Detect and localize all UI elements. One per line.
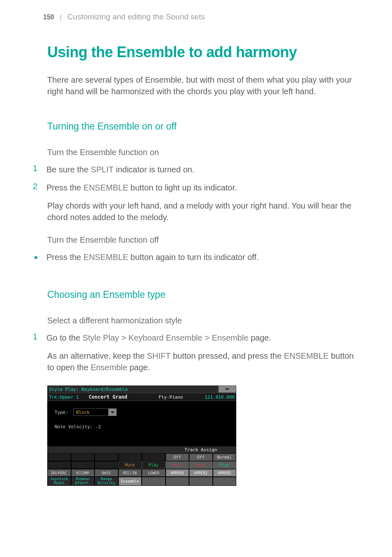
ui-dropdown-button[interactable]: [108, 408, 116, 416]
ui-menu-button[interactable]: [218, 385, 236, 393]
step-heading-select: Select a different harmonization style: [31, 316, 355, 325]
keyword-path: Style Play > Keyboard Ensemble > Ensembl…: [83, 333, 249, 342]
ui-cell-empty: [166, 477, 189, 486]
bullet-icon: ■: [31, 251, 37, 263]
ui-header-row: DR/PERC ACCOMP BASS MIC/IN LOWER UPPER3 …: [47, 469, 236, 477]
text-post: button to light up its indicator.: [128, 183, 237, 192]
ui-cell-empty: [47, 461, 71, 469]
ui-status-upper2[interactable]: Mute: [189, 461, 213, 469]
ui-col-upper3[interactable]: UPPER3: [166, 469, 189, 477]
ui-cell-empty: [189, 477, 213, 486]
ui-tab-joystick[interactable]: Joystick Pedal: [47, 477, 71, 486]
section-name: Customizing and editing the Sound sets: [67, 12, 205, 21]
step-text: Press the ENSEMBLE button again to turn …: [46, 251, 355, 263]
ui-type-row: Type: Block: [55, 408, 232, 416]
ui-trackbar: Trk:Upper 1 Concert Grand Fty-Piano 121.…: [47, 393, 236, 401]
text-post: page.: [248, 333, 271, 342]
ui-cell-empty: [118, 453, 142, 461]
main-title: Using the Ensemble to add harmony: [31, 44, 355, 61]
ui-note-velocity[interactable]: Note Velocity: -2: [55, 424, 232, 429]
ui-status-row: Mute Play Mute Mute Play: [47, 461, 236, 469]
step-2-on: 2 Press the ENSEMBLE button to light up …: [31, 182, 355, 193]
ui-status-upper3[interactable]: Mute: [166, 461, 189, 469]
page-separator: |: [60, 14, 62, 21]
ui-cell-empty: [95, 453, 118, 461]
chevron-down-icon: [111, 411, 115, 413]
ui-assign-row: Off Off Normal: [47, 453, 236, 461]
page-number: 150: [43, 14, 54, 21]
text-pre: As an alternative, keep the: [47, 351, 147, 360]
subsection-title-type: Choosing an Ensemble type: [31, 289, 355, 300]
ui-assign-upper3[interactable]: Off: [166, 453, 189, 461]
ui-tab-ensemble[interactable]: Ensemble: [118, 477, 142, 486]
text-post: indicator is turned on.: [113, 165, 194, 174]
step-number: 1: [31, 164, 37, 175]
ui-col-upper1[interactable]: UPPER1: [213, 469, 237, 477]
ui-track-assign-header: Track Assign: [47, 446, 236, 453]
step-number: 1: [31, 332, 37, 343]
ui-track-assign-label-wrap: Track Assign: [166, 446, 237, 453]
ui-col-drperc[interactable]: DR/PERC: [47, 469, 71, 477]
ui-assign-upper2[interactable]: Off: [189, 453, 213, 461]
text-pre: Press the: [46, 253, 83, 262]
bullet-off: ■ Press the ENSEMBLE button again to tur…: [31, 251, 355, 263]
ui-cell-empty: [71, 453, 95, 461]
keyword-ensemble: ENSEMBLE: [284, 351, 329, 360]
ui-instrument-name[interactable]: Concert Grand: [89, 394, 127, 400]
text-pre: Be sure the: [46, 165, 91, 174]
step-1-on: 1 Be sure the SPLIT indicator is turned …: [31, 164, 355, 175]
ui-col-upper2[interactable]: UPPER2: [189, 469, 213, 477]
ui-titlebar: Style Play: Keyboard/Ensemble: [47, 385, 236, 393]
ui-cell-empty: [142, 477, 166, 486]
ui-col-accomp[interactable]: ACCOMP: [71, 469, 95, 477]
ui-cell-empty: [95, 461, 118, 469]
ui-cell-empty: [213, 477, 237, 486]
ui-tab-ribbon[interactable]: Ribbon Aftert.: [71, 477, 95, 486]
text-post: page.: [127, 363, 150, 372]
ui-status-upper1[interactable]: Play: [213, 461, 237, 469]
ui-cell-empty: [142, 453, 166, 461]
text-pre: Go to the: [46, 333, 83, 342]
ui-col-lower[interactable]: LOWER: [142, 469, 166, 477]
ui-track-assign-label: Track Assign: [184, 447, 217, 453]
ui-status-lower[interactable]: Play: [142, 461, 166, 469]
step-2-body: Play chords with your left hand, and a m…: [31, 200, 355, 223]
text-pre: Press the: [46, 183, 83, 192]
keyword-ensemble: ENSEMBLE: [83, 183, 128, 192]
ui-cell-empty: [71, 461, 95, 469]
step-heading-off: Turn the Ensemble function off: [31, 235, 355, 245]
ui-body: Type: Block Note Velocity: -2: [47, 401, 236, 446]
keyword-split: SPLIT: [91, 165, 114, 174]
subsection-title-onoff: Turning the Ensemble on or off: [31, 121, 355, 132]
ui-bank-number: 121.016.000: [205, 395, 235, 400]
ui-fty-label: Fty-Piano: [159, 395, 183, 400]
keyword-ensemble-page: Ensemble: [91, 363, 127, 372]
intro-paragraph: There are several types of Ensemble, but…: [31, 74, 355, 97]
ui-col-bass[interactable]: BASS: [95, 469, 118, 477]
step-number: 2: [31, 182, 37, 193]
ui-cell-empty: [47, 453, 71, 461]
ui-status-micin[interactable]: Mute: [118, 461, 142, 469]
step-text: Be sure the SPLIT indicator is turned on…: [46, 164, 355, 175]
keyword-shift: SHIFT: [147, 351, 171, 360]
keyword-ensemble: ENSEMBLE: [83, 253, 128, 262]
ui-tab-row: Joystick Pedal Ribbon Aftert. Range Velo…: [47, 477, 236, 486]
ui-dropdown-value: Block: [74, 410, 108, 415]
ui-type-label: Type:: [55, 410, 68, 415]
text-post: button again to turn its indicator off.: [128, 253, 259, 262]
alternative-text: As an alternative, keep the SHIFT button…: [31, 350, 355, 373]
page-header: 150 | Customizing and editing the Sound …: [31, 12, 355, 21]
step-text: Press the ENSEMBLE button to light up it…: [46, 182, 355, 193]
ui-tab-range[interactable]: Range Velocity: [95, 477, 118, 486]
step-heading-on: Turn the Ensemble function on: [31, 148, 355, 157]
ensemble-ui-screenshot: Style Play: Keyboard/Ensemble Trk:Upper …: [47, 385, 236, 486]
ui-track-label[interactable]: Trk:Upper 1: [49, 395, 79, 400]
step-text: Go to the Style Play > Keyboard Ensemble…: [46, 332, 355, 343]
ui-spacer: [47, 446, 166, 453]
ui-type-dropdown[interactable]: Block: [73, 408, 117, 416]
chevron-down-icon: [225, 388, 230, 390]
step-1-type: 1 Go to the Style Play > Keyboard Ensemb…: [31, 332, 355, 343]
ui-titlebar-text: Style Play: Keyboard/Ensemble: [47, 387, 128, 392]
ui-assign-upper1[interactable]: Normal: [213, 453, 237, 461]
ui-col-micin[interactable]: MIC/IN: [118, 469, 142, 477]
